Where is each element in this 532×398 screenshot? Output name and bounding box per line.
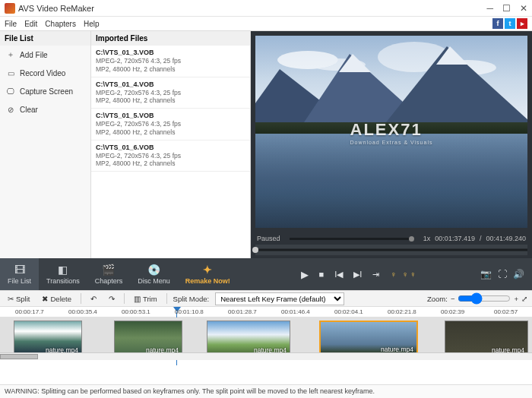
file-audio-info: MP2, 48000 Hz, 2 channels — [96, 128, 245, 137]
file-name: C:\VTS_01_4.VOB — [96, 81, 245, 89]
remake-now-button[interactable]: ✦Remake Now! — [178, 258, 238, 290]
plus-icon: ＋ — [6, 50, 15, 59]
zoom-in-button[interactable]: + — [514, 295, 518, 303]
tab-disc-menu[interactable]: 💿Disc Menu — [130, 258, 178, 290]
twitter-icon[interactable]: t — [505, 18, 515, 29]
keyframe-markers-icon[interactable]: ♀ ♀♀ — [390, 270, 417, 279]
undo-icon: ↶ — [90, 295, 97, 303]
timeline-ruler[interactable]: 00:00:17.700:00:35.400:00:53.100:01:10.8… — [0, 307, 532, 317]
trim-icon: ▥ — [134, 295, 141, 303]
file-list-header: File List — [0, 31, 90, 46]
file-video-info: MPEG-2, 720x576 4:3, 25 fps — [96, 57, 245, 65]
ruler-tick: 00:02:57 — [494, 308, 518, 315]
minimize-button[interactable]: ─ — [486, 3, 493, 14]
split-mode-label: Split Mode: — [173, 295, 210, 303]
watermark: ALEX71Download Extras & Visuals — [350, 119, 433, 144]
delete-button[interactable]: ✖Delete — [39, 293, 74, 305]
menu-chapters[interactable]: Chapters — [45, 20, 76, 28]
delete-icon: ✖ — [42, 295, 48, 303]
playback-duration: 00:41:49.240 — [486, 235, 526, 242]
file-audio-info: MP2, 48000 Hz, 2 channels — [96, 65, 245, 74]
star-icon: ✦ — [203, 264, 212, 276]
file-name: C:\VTS_01_5.VOB — [96, 112, 245, 120]
redo-icon: ↷ — [109, 295, 115, 303]
camera-icon: ▭ — [6, 68, 15, 77]
ruler-tick: 00:02:04.1 — [334, 308, 363, 315]
menu-help[interactable]: Help — [84, 20, 100, 28]
next-frame-button[interactable]: ▶I — [353, 270, 362, 280]
close-button[interactable]: ✕ — [520, 3, 527, 14]
ruler-tick: 00:00:53.1 — [122, 308, 150, 315]
snapshot-button[interactable]: 📷 — [480, 269, 492, 280]
split-button[interactable]: ✂Split — [5, 293, 33, 305]
timeline-scrollbar[interactable] — [0, 352, 532, 360]
timeline[interactable]: nature.mp4nature.mp4nature.mp4nature.mp4… — [0, 317, 532, 360]
imported-files-panel: Imported Files C:\VTS_01_3.VOBMPEG-2, 72… — [91, 31, 251, 258]
trim-button[interactable]: ▥Trim — [131, 293, 160, 305]
imported-file-item[interactable]: C:\VTS_01_6.VOBMPEG-2, 720x576 4:3, 25 f… — [91, 141, 250, 172]
timeline-clip[interactable]: nature.mp4 — [319, 321, 418, 355]
scissors-icon: ✂ — [8, 295, 14, 303]
playback-speed: 1x — [423, 235, 431, 242]
status-bar: WARNING: Splitting can be performed base… — [0, 384, 532, 398]
window-title: AVS Video ReMaker — [18, 4, 486, 13]
menu-file[interactable]: File — [5, 20, 17, 28]
title-bar: AVS Video ReMaker ─ ☐ ✕ — [0, 0, 532, 17]
maximize-button[interactable]: ☐ — [502, 3, 511, 14]
tab-chapters[interactable]: 🎬Chapters — [87, 258, 131, 290]
volume-button[interactable]: 🔊 — [513, 269, 524, 280]
zoom-out-button[interactable]: − — [451, 295, 455, 303]
menu-edit[interactable]: Edit — [24, 20, 37, 28]
clear-button[interactable]: ⊘Clear — [0, 100, 90, 118]
stop-button[interactable]: ■ — [319, 270, 325, 279]
transitions-icon: ◧ — [58, 264, 68, 276]
prev-frame-button[interactable]: I◀ — [334, 270, 343, 280]
zoom-fit-button[interactable]: ⤢ — [521, 295, 527, 303]
preview-panel: ALEX71Download Extras & Visuals Paused 1… — [251, 31, 532, 258]
timeline-clip[interactable]: nature.mp4 — [207, 321, 290, 355]
timeline-clip[interactable]: nature.mp4 — [445, 321, 528, 355]
capture-screen-button[interactable]: 🖵Capture Screen — [0, 82, 90, 100]
tab-transitions[interactable]: ◧Transitions — [39, 258, 87, 290]
action-bar: 🎞File List ◧Transitions 🎬Chapters 💿Disc … — [0, 258, 532, 290]
file-video-info: MPEG-2, 720x576 4:3, 25 fps — [96, 89, 245, 97]
facebook-icon[interactable]: f — [492, 18, 503, 29]
play-button[interactable]: ▶ — [301, 269, 309, 280]
ruler-tick: 00:01:46.4 — [281, 308, 310, 315]
ruler-tick: 00:02:39 — [441, 308, 464, 315]
ruler-tick: 00:02:21.8 — [388, 308, 416, 315]
timeline-toolbar: ✂Split ✖Delete ↶ ↷ ▥Trim Split Mode: Nea… — [0, 290, 532, 307]
file-name: C:\VTS_01_3.VOB — [96, 49, 245, 57]
speed-slider[interactable] — [290, 238, 414, 240]
preview-canvas[interactable]: ALEX71Download Extras & Visuals — [255, 36, 527, 228]
chapters-icon: 🎬 — [102, 264, 115, 276]
playback-position: 00:01:37.419 — [435, 235, 475, 242]
step-button[interactable]: ⇥ — [372, 270, 379, 280]
zoom-slider[interactable] — [458, 292, 511, 305]
cross-icon: ⊘ — [6, 105, 15, 114]
timeline-clip[interactable]: nature.mp4 — [114, 321, 182, 355]
redo-button[interactable]: ↷ — [106, 293, 118, 305]
monitor-icon: 🖵 — [6, 87, 15, 96]
add-file-button[interactable]: ＋Add File — [0, 46, 90, 64]
tab-file-list[interactable]: 🎞File List — [0, 258, 39, 290]
imported-files-header: Imported Files — [91, 31, 250, 46]
imported-file-item[interactable]: C:\VTS_01_5.VOBMPEG-2, 720x576 4:3, 25 f… — [91, 109, 250, 141]
imported-file-item[interactable]: C:\VTS_01_4.VOBMPEG-2, 720x576 4:3, 25 f… — [91, 77, 250, 109]
ruler-tick: 00:01:28.7 — [228, 308, 257, 315]
filmstrip-icon: 🎞 — [14, 264, 25, 276]
ruler-tick: 00:00:17.7 — [15, 308, 44, 315]
timeline-clip[interactable]: nature.mp4 — [14, 321, 82, 355]
file-video-info: MPEG-2, 720x576 4:3, 25 fps — [96, 152, 245, 160]
ruler-tick: 00:00:35.4 — [68, 308, 97, 315]
split-mode-select[interactable]: Nearest Left Key Frame (default) — [215, 292, 344, 305]
record-video-button[interactable]: ▭Record Video — [0, 64, 90, 82]
fullscreen-button[interactable]: ⛶ — [498, 269, 507, 280]
seek-bar[interactable] — [255, 245, 527, 255]
zoom-label: Zoom: — [427, 295, 448, 303]
undo-button[interactable]: ↶ — [87, 293, 100, 305]
disc-icon: 💿 — [147, 264, 160, 276]
file-video-info: MPEG-2, 720x576 4:3, 25 fps — [96, 120, 245, 128]
imported-file-item[interactable]: C:\VTS_01_3.VOBMPEG-2, 720x576 4:3, 25 f… — [91, 46, 250, 77]
youtube-icon[interactable]: ▸ — [517, 18, 527, 29]
